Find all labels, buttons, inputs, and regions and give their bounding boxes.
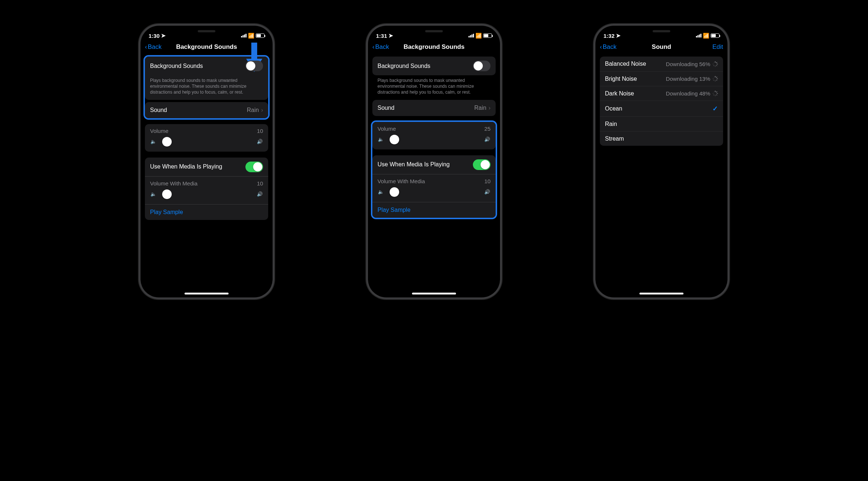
volume-low-icon: 🔈 [378,189,384,195]
svg-rect-14 [712,79,714,79]
svg-rect-3 [716,65,717,66]
volume-high-icon: 🔊 [484,137,490,142]
volume-high-icon: 🔊 [256,139,263,144]
svg-rect-7 [713,62,715,63]
cellular-icon [241,34,247,37]
battery-icon [483,33,492,38]
svg-rect-19 [716,94,717,95]
volume-media-slider[interactable]: 🔈 🔊 [378,187,490,197]
svg-rect-11 [716,79,717,81]
sound-option[interactable]: Rain [600,116,723,131]
volume-group: Volume 25 🔈 🔊 [372,122,496,149]
back-button[interactable]: ‹ Back [600,43,616,51]
svg-rect-18 [716,93,718,94]
status-bar: 1:32 ➤ 📶 [595,26,727,41]
status-bar: 1:30 ➤ 📶 [141,26,273,41]
status-time: 1:32 [603,33,614,39]
home-indicator[interactable] [639,293,683,294]
svg-rect-1 [716,62,717,63]
volume-low-icon: 🔈 [378,137,384,142]
background-sounds-toggle[interactable] [245,61,263,71]
chevron-left-icon: ‹ [372,43,375,51]
sound-option[interactable]: Balanced NoiseDownloading 56% [600,57,723,71]
sound-option[interactable]: Stream [600,131,723,146]
page-title: Sound [652,43,671,51]
nav-bar: ‹ Back Background Sounds [368,41,500,57]
back-label: Back [603,43,617,51]
edit-button[interactable]: Edit [712,43,723,51]
background-sounds-footer: Plays background sounds to mask unwanted… [145,75,268,100]
use-when-media-row: Use When Media Is Playing [372,155,496,174]
background-sounds-row: Background Sounds [372,57,496,75]
use-when-media-toggle[interactable] [245,162,263,172]
chevron-left-icon: ‹ [145,43,147,51]
sound-row[interactable]: Sound Rain › [145,102,268,118]
status-bar: 1:31 ➤ 📶 [368,26,500,41]
volume-high-icon: 🔊 [256,191,263,197]
highlight-top: Background Sounds Plays background sound… [143,55,270,120]
battery-icon [256,33,265,38]
volume-label: Volume [150,128,168,134]
sound-option[interactable]: Bright NoiseDownloading 13% [600,71,723,86]
use-when-media-label: Use When Media Is Playing [378,161,450,168]
spinner-icon [712,61,718,67]
back-button[interactable]: ‹ Back [145,43,161,51]
svg-rect-15 [713,77,715,78]
volume-slider[interactable]: 🔈 🔊 [150,137,263,147]
chevron-right-icon: › [489,105,490,111]
phone-3: 1:32 ➤ 📶 ‹ Back Sound Edit Balanced Nois… [595,26,727,297]
media-group: Use When Media Is Playing Volume With Me… [372,155,496,218]
sound-label: Sound [150,107,167,113]
play-sample-button[interactable]: Play Sample [372,202,496,218]
play-sample-button[interactable]: Play Sample [145,204,268,220]
chevron-right-icon: › [261,107,263,113]
location-icon: ➤ [389,32,393,39]
chevron-left-icon: ‹ [600,43,602,51]
background-sounds-label: Background Sounds [378,63,430,69]
sound-option[interactable]: Dark NoiseDownloading 48% [600,86,723,101]
svg-rect-20 [715,95,716,96]
wifi-icon: 📶 [475,33,482,39]
sound-name: Balanced Noise [605,61,646,67]
volume-media-label: Volume With Media [150,180,197,187]
sound-name: Ocean [605,105,622,112]
sound-option[interactable]: Ocean✓ [600,101,723,116]
background-sounds-toggle[interactable] [473,61,490,71]
checkmark-icon: ✓ [712,105,718,113]
svg-rect-0 [715,61,716,63]
use-when-media-toggle[interactable] [473,159,490,170]
home-indicator[interactable] [185,293,229,294]
svg-rect-17 [716,91,717,93]
sound-group: Sound Rain › [372,100,496,116]
sound-name: Bright Noise [605,76,637,82]
wifi-icon: 📶 [248,33,254,39]
svg-rect-8 [715,76,716,77]
svg-rect-16 [715,91,716,92]
use-when-media-row: Use When Media Is Playing [145,158,268,176]
sound-row[interactable]: Sound Rain › [372,100,496,116]
svg-rect-22 [712,93,714,94]
volume-slider[interactable]: 🔈 🔊 [378,135,490,144]
spinner-icon [712,91,718,96]
svg-rect-23 [713,91,715,93]
bg-sounds-group: Background Sounds [372,57,496,75]
background-sounds-footer: Plays background sounds to mask unwanted… [372,75,496,100]
volume-media-label: Volume With Media [378,178,425,184]
background-sounds-label: Background Sounds [150,63,203,69]
sound-value: Rain [474,105,486,111]
page-title: Background Sounds [176,43,237,51]
wifi-icon: 📶 [703,33,709,39]
sound-name: Rain [605,121,617,127]
download-status: Downloading 48% [666,90,718,97]
svg-rect-6 [712,64,714,64]
svg-rect-2 [716,64,718,64]
spinner-icon [712,76,718,82]
back-button[interactable]: ‹ Back [372,43,389,51]
status-time: 1:30 [149,33,160,39]
svg-rect-12 [715,80,716,82]
home-indicator[interactable] [412,293,456,294]
volume-media-slider[interactable]: 🔈 🔊 [150,189,263,199]
volume-group: Volume 10 🔈 🔊 [145,124,268,152]
volume-label: Volume [378,126,396,132]
volume-media-value: 10 [257,180,263,187]
